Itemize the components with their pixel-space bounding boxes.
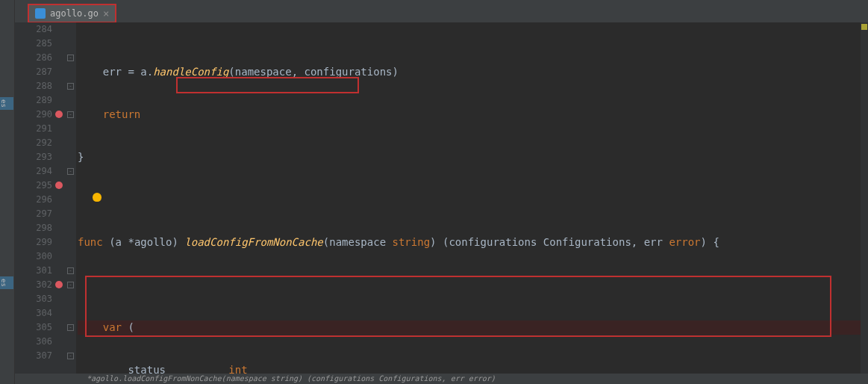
breakpoint-icon[interactable] bbox=[55, 281, 63, 288]
line-number[interactable]: 306 bbox=[22, 335, 52, 349]
fold-toggle-icon[interactable]: - bbox=[67, 282, 74, 288]
fold-toggle-icon[interactable]: - bbox=[67, 324, 74, 331]
fold-toggle-icon[interactable]: - bbox=[67, 111, 74, 118]
line-number[interactable]: 303 bbox=[22, 292, 52, 306]
line-number-gutter[interactable]: 2842852862872882892902912922932942952962… bbox=[22, 22, 66, 374]
line-number[interactable]: 293 bbox=[22, 150, 52, 164]
fold-toggle-icon[interactable]: - bbox=[67, 55, 74, 61]
highlight-box-func-name bbox=[176, 77, 359, 93]
line-number[interactable]: 290 bbox=[22, 108, 52, 122]
intention-bulb-icon[interactable] bbox=[93, 193, 102, 202]
line-number[interactable]: 307 bbox=[22, 349, 52, 363]
line-number[interactable]: 297 bbox=[22, 207, 52, 221]
line-number[interactable]: 292 bbox=[22, 136, 52, 150]
line-number[interactable]: 296 bbox=[22, 193, 52, 207]
line-number[interactable]: 304 bbox=[22, 306, 52, 320]
side-tab-b[interactable]: es bbox=[0, 276, 13, 289]
line-number[interactable]: 301 bbox=[22, 264, 52, 278]
editor-tab-bar: agollo.go × bbox=[15, 0, 868, 22]
fold-column[interactable]: -------- bbox=[66, 22, 76, 374]
go-file-icon bbox=[35, 8, 46, 19]
line-number[interactable]: 291 bbox=[22, 122, 52, 136]
error-stripe[interactable] bbox=[861, 22, 868, 374]
line-number[interactable]: 295 bbox=[22, 179, 52, 193]
breakpoint-icon[interactable] bbox=[55, 111, 63, 118]
tool-window-strip: es es bbox=[0, 0, 15, 384]
file-tab-label: agollo.go bbox=[50, 8, 99, 19]
line-number[interactable]: 286 bbox=[22, 51, 52, 65]
file-tab-agollo[interactable]: agollo.go × bbox=[28, 4, 116, 23]
side-tab-a[interactable]: es bbox=[0, 97, 13, 110]
warning-indicator-icon[interactable] bbox=[861, 24, 867, 30]
line-number[interactable]: 302 bbox=[22, 278, 52, 292]
line-number[interactable]: 284 bbox=[22, 22, 52, 37]
breakpoint-icon[interactable] bbox=[55, 182, 63, 189]
line-number[interactable]: 288 bbox=[22, 79, 52, 93]
line-number[interactable]: 298 bbox=[22, 221, 52, 235]
status-bar-breadcrumb: *agollo.loadConfigFromNonCache(namespace… bbox=[15, 374, 868, 384]
line-number[interactable]: 305 bbox=[22, 320, 52, 335]
line-number[interactable]: 287 bbox=[22, 65, 52, 79]
code-area[interactable]: err = a.handleConfig(namespace, configur… bbox=[76, 22, 868, 374]
fold-toggle-icon[interactable]: - bbox=[67, 353, 74, 359]
line-number[interactable]: 294 bbox=[22, 164, 52, 179]
line-number[interactable]: 285 bbox=[22, 37, 52, 51]
tab-spacer bbox=[15, 0, 28, 22]
secondary-strip bbox=[15, 22, 22, 374]
line-number[interactable]: 289 bbox=[22, 93, 52, 108]
line-number[interactable]: 300 bbox=[22, 250, 52, 264]
code-editor[interactable]: 2842852862872882892902912922932942952962… bbox=[15, 22, 868, 374]
fold-toggle-icon[interactable]: - bbox=[67, 168, 74, 175]
fold-toggle-icon[interactable]: - bbox=[67, 267, 74, 274]
close-icon[interactable]: × bbox=[103, 7, 109, 19]
fold-toggle-icon[interactable]: - bbox=[67, 83, 74, 90]
line-number[interactable]: 299 bbox=[22, 235, 52, 250]
